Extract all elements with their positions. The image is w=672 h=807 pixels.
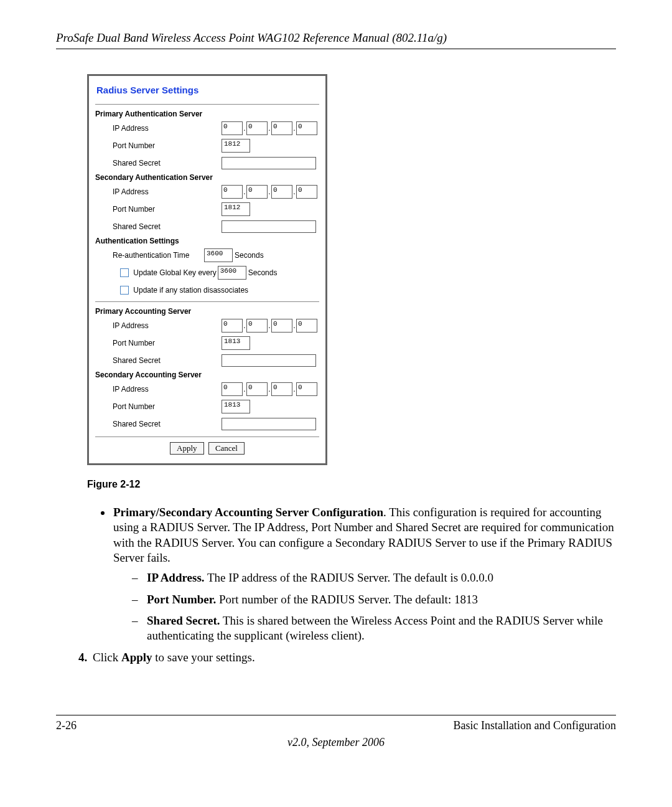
secondary-auth-heading: Secondary Authentication Server xyxy=(95,173,319,182)
panel-title: Radius Server Settings xyxy=(96,85,319,95)
primary-acct-secret-input[interactable] xyxy=(222,354,316,367)
primary-acct-ip-octet-3[interactable]: 0 xyxy=(271,319,292,333)
footer-section: Basic Installation and Configuration xyxy=(454,719,616,732)
secondary-acct-ip-octet-3[interactable]: 0 xyxy=(271,382,292,396)
primary-acct-heading: Primary Accounting Server xyxy=(95,307,319,316)
auth-settings-heading: Authentication Settings xyxy=(95,237,319,245)
page-header: ProSafe Dual Band Wireless Access Point … xyxy=(56,31,616,49)
apply-button[interactable]: Apply xyxy=(170,442,204,455)
update-global-key-seconds: Seconds xyxy=(248,268,278,277)
secondary-auth-ip-octet-2[interactable]: 0 xyxy=(246,185,268,199)
secondary-auth-ip-octet-3[interactable]: 0 xyxy=(271,185,292,199)
update-global-key-label: Update Global Key every xyxy=(133,268,216,277)
secondary-acct-ip-octet-1[interactable]: 0 xyxy=(222,382,243,396)
secondary-acct-secret-input[interactable] xyxy=(222,418,316,430)
secondary-auth-ip-label: IP Address xyxy=(95,187,222,196)
primary-acct-ip-label: IP Address xyxy=(95,321,222,330)
primary-auth-ip-label: IP Address xyxy=(95,124,222,133)
reauth-time-label: Re-authentication Time xyxy=(113,251,204,260)
bullet-accounting-config: Primary/Secondary Accounting Server Conf… xyxy=(112,505,616,644)
primary-auth-port-label: Port Number xyxy=(95,141,222,150)
primary-auth-ip-octet-2[interactable]: 0 xyxy=(246,121,268,135)
primary-auth-secret-label: Shared Secret xyxy=(95,159,222,168)
secondary-auth-secret-label: Shared Secret xyxy=(95,222,222,231)
secondary-auth-port-label: Port Number xyxy=(95,205,222,214)
footer-version: v2.0, September 2006 xyxy=(56,736,616,749)
primary-auth-ip-octet-1[interactable]: 0 xyxy=(222,121,243,135)
page-footer: 2-26 Basic Installation and Configuratio… xyxy=(56,715,616,749)
reauth-seconds-label: Seconds xyxy=(235,251,264,260)
figure-caption: Figure 2-12 xyxy=(87,479,616,490)
primary-acct-port-label: Port Number xyxy=(95,339,222,347)
secondary-acct-heading: Secondary Accounting Server xyxy=(95,370,319,379)
cancel-button[interactable]: Cancel xyxy=(208,442,245,455)
update-disassoc-label: Update if any station disassociates xyxy=(133,286,248,295)
primary-acct-port-input[interactable]: 1813 xyxy=(222,336,250,350)
update-global-key-checkbox[interactable] xyxy=(120,268,129,277)
sub-bullet-port-number: Port Number. Port number of the RADIUS S… xyxy=(132,592,616,607)
primary-acct-ip-octet-1[interactable]: 0 xyxy=(222,319,243,333)
sub-bullet-shared-secret: Shared Secret. This is shared between th… xyxy=(132,613,616,644)
secondary-acct-port-input[interactable]: 1813 xyxy=(222,400,250,413)
update-disassoc-checkbox[interactable] xyxy=(120,286,129,295)
secondary-auth-secret-input[interactable] xyxy=(222,220,316,233)
update-global-key-input[interactable]: 3600 xyxy=(218,266,246,280)
primary-auth-secret-input[interactable] xyxy=(222,157,316,169)
primary-acct-ip-octet-4[interactable]: 0 xyxy=(296,319,317,333)
reauth-time-input[interactable]: 3600 xyxy=(204,248,233,262)
radius-settings-panel: Radius Server Settings Primary Authentic… xyxy=(87,74,327,465)
secondary-acct-ip-label: IP Address xyxy=(95,385,222,394)
secondary-auth-ip-octet-4[interactable]: 0 xyxy=(296,185,317,199)
sub-bullet-ip-address: IP Address. The IP address of the RADIUS… xyxy=(132,570,616,585)
primary-acct-secret-label: Shared Secret xyxy=(95,356,222,365)
primary-auth-ip-octet-3[interactable]: 0 xyxy=(271,121,292,135)
secondary-acct-ip-octet-4[interactable]: 0 xyxy=(296,382,317,396)
footer-page-number: 2-26 xyxy=(56,719,77,732)
secondary-acct-secret-label: Shared Secret xyxy=(95,420,222,428)
step-4: Click Apply to save your settings. xyxy=(90,650,616,665)
secondary-auth-port-input[interactable]: 1812 xyxy=(222,202,250,216)
primary-acct-ip-octet-2[interactable]: 0 xyxy=(246,319,268,333)
primary-auth-port-input[interactable]: 1812 xyxy=(222,139,250,153)
secondary-acct-ip-octet-2[interactable]: 0 xyxy=(246,382,268,396)
secondary-auth-ip-octet-1[interactable]: 0 xyxy=(222,185,243,199)
primary-auth-heading: Primary Authentication Server xyxy=(95,110,319,118)
primary-auth-ip-octet-4[interactable]: 0 xyxy=(296,121,317,135)
secondary-acct-port-label: Port Number xyxy=(95,402,222,411)
